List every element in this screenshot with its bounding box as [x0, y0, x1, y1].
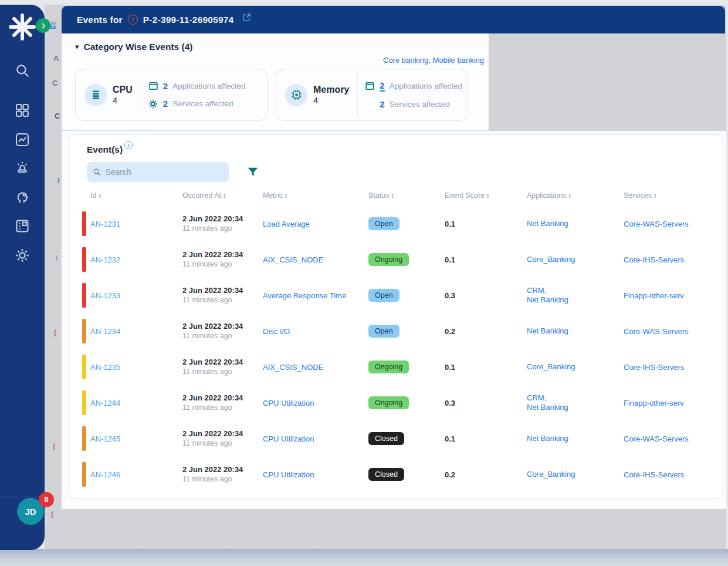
service-link[interactable]: Core-WAS-Servers: [624, 220, 689, 228]
column-header-status[interactable]: Status▴▾: [368, 191, 445, 200]
settings-gear-icon[interactable]: [13, 246, 32, 265]
severity-bar: [82, 390, 86, 415]
metric-link[interactable]: CPU Utilization: [263, 434, 314, 443]
info-icon[interactable]: i: [124, 141, 133, 149]
open-in-new-icon[interactable]: [242, 13, 251, 22]
service-link[interactable]: Core-WAS-Servers: [624, 434, 689, 443]
stat-label: Applications affected: [172, 82, 245, 90]
stat-label: Applications affected: [390, 82, 462, 90]
application-link[interactable]: Core_Banking: [527, 255, 624, 264]
occurred-at-cell: 2 Jun 2022 20:3411 minutes ago: [182, 465, 263, 483]
metric-link[interactable]: CPU Utilization: [263, 470, 314, 479]
category-card-cpu[interactable]: CPU42Applications affected2Services affe…: [75, 69, 268, 121]
application-link[interactable]: Net Banking: [527, 403, 624, 412]
search-box[interactable]: [87, 162, 229, 182]
event-id-link[interactable]: AN-1235: [90, 363, 120, 372]
applications-cell: CRM,Net Banking: [527, 285, 624, 305]
service-link[interactable]: Finapp-other-serv: [624, 291, 684, 300]
event-id-link[interactable]: AN-1233: [90, 291, 120, 300]
column-label: Event Score: [445, 191, 485, 200]
sidebar-expand-button[interactable]: [36, 18, 50, 33]
application-link[interactable]: Net Banking: [527, 434, 624, 443]
table-row: AN-12462 Jun 2022 20:3411 minutes agoCPU…: [69, 456, 723, 492]
sidebar-divider: [0, 497, 45, 497]
search-input[interactable]: [105, 167, 223, 177]
column-header-event-score[interactable]: Event Score▴▾: [445, 191, 527, 200]
filter-funnel-icon[interactable]: [246, 166, 259, 178]
occurred-at-cell: 2 Jun 2022 20:3411 minutes ago: [182, 322, 263, 340]
application-link[interactable]: Net Banking: [527, 326, 624, 335]
table-row: AN-12312 Jun 2022 20:3411 minutes agoLoa…: [69, 205, 723, 241]
category-stat: 2Services affected: [148, 99, 246, 109]
stat-count-link[interactable]: 2: [163, 81, 168, 91]
event-id-link[interactable]: AN-1246: [90, 470, 120, 479]
alerts-siren-icon[interactable]: [13, 159, 32, 177]
metric-link[interactable]: Load Average: [263, 220, 310, 228]
event-id-link[interactable]: AN-1232: [90, 255, 120, 264]
sort-icon: ▴▾: [487, 193, 489, 198]
column-label: Applications: [527, 191, 566, 200]
category-section-toggle[interactable]: ▾ Category Wise Events (4): [75, 42, 192, 52]
events-card: Event(s) i Id▴▾Occurred At▴▾Metric▴▾Stat…: [69, 134, 723, 498]
status-badge: Open: [368, 325, 399, 338]
stat-count-link[interactable]: 2: [380, 80, 384, 92]
service-link[interactable]: Finapp-other-serv: [624, 399, 684, 407]
occurred-at-cell: 2 Jun 2022 20:3411 minutes ago: [182, 393, 263, 412]
sort-icon: ▴▾: [99, 193, 100, 198]
table-row: AN-12442 Jun 2022 20:3411 minutes agoCPU…: [69, 385, 723, 420]
application-link[interactable]: CRM,: [527, 393, 624, 402]
search-icon[interactable]: [13, 61, 32, 80]
occurred-relative: 11 minutes ago: [182, 332, 263, 340]
reports-panel-icon[interactable]: [13, 217, 32, 235]
service-link[interactable]: Core-WAS-Servers: [624, 327, 689, 336]
event-score: 0.1: [445, 363, 455, 372]
event-id-link[interactable]: AN-1234: [90, 327, 120, 336]
metric-link[interactable]: Average Response Time: [263, 291, 346, 300]
application-link[interactable]: Net Banking: [527, 295, 624, 304]
metric-link[interactable]: AIX_CSIS_NODE: [263, 255, 323, 264]
severity-bar: [82, 319, 86, 343]
service-link[interactable]: Core-IHS-Servers: [624, 255, 684, 264]
category-cards-row: CPU42Applications affected2Services affe…: [75, 69, 468, 121]
memory-icon: [285, 84, 307, 106]
stat-count-link[interactable]: 2: [163, 99, 168, 109]
applications-cell: Net Banking: [527, 326, 624, 336]
ai-insights-icon[interactable]: [13, 188, 32, 207]
application-link[interactable]: Core_Banking: [527, 362, 624, 371]
column-header-id[interactable]: Id▴▾: [90, 191, 182, 200]
occurred-relative: 11 minutes ago: [182, 368, 263, 376]
metric-link[interactable]: AIX_CSIS_NODE: [263, 363, 323, 372]
event-id-link[interactable]: AN-1245: [90, 434, 120, 443]
metric-link[interactable]: Disc I/O: [263, 327, 290, 336]
application-link[interactable]: CRM,: [527, 286, 624, 295]
background-text-fragment: I: [56, 254, 58, 262]
app-logo[interactable]: [8, 13, 36, 43]
applications-cell: Core_Banking: [527, 362, 624, 372]
event-id-link[interactable]: AN-1231: [90, 220, 120, 228]
application-link[interactable]: Net Banking: [527, 219, 624, 228]
occurred-date: 2 Jun 2022 20:34: [182, 358, 263, 366]
cpu-icon: [84, 84, 107, 106]
category-section-title: Category Wise Events (4): [84, 42, 193, 52]
column-header-metric[interactable]: Metric▴▾: [263, 191, 368, 200]
column-header-services[interactable]: Services▴▾: [624, 191, 723, 200]
event-score: 0.1: [445, 434, 455, 443]
event-id-link[interactable]: AN-1244: [90, 399, 120, 407]
stat-count-link[interactable]: 2: [380, 99, 384, 109]
service-link[interactable]: Core-IHS-Servers: [624, 363, 684, 372]
category-card-memory[interactable]: Memory42Applications affected2Services a…: [276, 69, 468, 121]
event-score: 0.1: [445, 220, 455, 228]
occurred-relative: 11 minutes ago: [182, 403, 263, 412]
metric-link[interactable]: CPU Utilization: [263, 399, 314, 407]
application-link[interactable]: Core_Banking: [527, 470, 624, 479]
column-header-applications[interactable]: Applications▴▾: [527, 191, 624, 200]
analytics-chart-icon[interactable]: [13, 130, 32, 149]
apps-grid-icon[interactable]: [13, 101, 32, 120]
service-link[interactable]: Core-IHS-Servers: [624, 470, 684, 479]
applications-icon: [148, 81, 158, 91]
sort-icon: ▴▾: [654, 193, 656, 198]
column-label: Metric: [263, 191, 283, 200]
column-header-occurred-at[interactable]: Occurred At▴▾: [182, 191, 263, 200]
status-badge: Open: [368, 217, 399, 230]
background-text-fragment: I: [57, 176, 60, 185]
